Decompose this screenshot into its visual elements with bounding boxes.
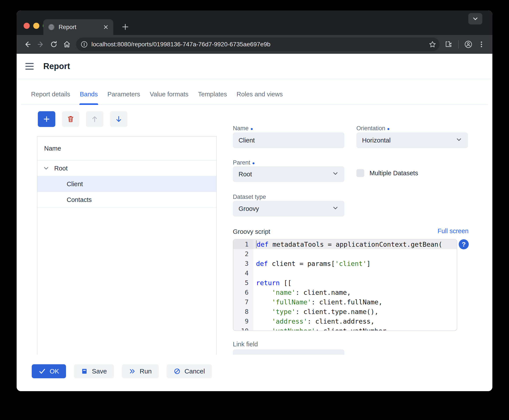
- band-row-root[interactable]: Root: [37, 161, 216, 176]
- code-line-content: def metadataTools = applicationContext.g…: [253, 240, 457, 249]
- code-line-8[interactable]: 8 'type': client.type.name(),: [233, 307, 457, 316]
- name-field-label: Name: [233, 125, 253, 132]
- save-icon: [81, 368, 88, 375]
- required-indicator: [251, 128, 253, 130]
- tab-parameters[interactable]: Parameters: [104, 91, 144, 105]
- tab-search-chevron-button[interactable]: [468, 13, 482, 24]
- code-line-content: def client = params['client']: [253, 259, 457, 268]
- browser-menu-icon[interactable]: [476, 39, 487, 50]
- code-line-9[interactable]: 9 'address': client.address,: [233, 316, 457, 326]
- browser-window: Report localhost:8080/repo: [17, 10, 492, 391]
- delete-band-button[interactable]: [62, 111, 79, 127]
- band-toolbar: [38, 111, 128, 127]
- multiple-datasets-checkbox[interactable]: [356, 169, 364, 177]
- chevron-down-icon: [332, 205, 339, 213]
- line-number: 5: [233, 278, 253, 288]
- chevron-down-icon: [332, 170, 339, 178]
- link-field-label: Link field: [233, 341, 258, 348]
- forward-icon[interactable]: [35, 39, 46, 50]
- report-editor-view: Report Report detailsBandsParametersValu…: [17, 54, 492, 391]
- save-button[interactable]: Save: [74, 364, 114, 378]
- line-number: 1: [233, 240, 253, 249]
- chevron-down-icon: [456, 136, 462, 144]
- code-line-content: return [[: [253, 278, 457, 288]
- back-icon[interactable]: [22, 39, 33, 50]
- cancel-button[interactable]: Cancel: [167, 364, 212, 378]
- extensions-icon[interactable]: [443, 39, 454, 50]
- menu-hamburger-icon[interactable]: [25, 63, 34, 70]
- browser-tab[interactable]: Report: [43, 19, 113, 35]
- add-band-button[interactable]: [38, 111, 55, 127]
- url-bar[interactable]: localhost:8080/reports/01998136-747a-76d…: [76, 38, 440, 51]
- tab-report-details[interactable]: Report details: [28, 91, 74, 105]
- fullscreen-link[interactable]: Full screen: [233, 227, 469, 235]
- help-icon[interactable]: ?: [459, 239, 469, 249]
- groovy-script-editor[interactable]: 1def metadataTools = applicationContext.…: [233, 239, 457, 331]
- line-number: 3: [233, 259, 253, 268]
- code-line-content: [253, 268, 457, 278]
- browser-toolbar: localhost:8080/reports/01998136-747a-76d…: [17, 35, 492, 54]
- ok-button[interactable]: OK: [32, 364, 66, 378]
- line-number: 9: [233, 316, 253, 326]
- band-row-contacts[interactable]: Contacts: [37, 192, 216, 208]
- band-row-label: Root: [54, 165, 68, 172]
- tab-bands[interactable]: Bands: [76, 91, 101, 105]
- minimize-window-button[interactable]: [33, 23, 39, 29]
- code-line-content: [253, 249, 457, 259]
- code-line-1[interactable]: 1def metadataTools = applicationContext.…: [233, 240, 457, 249]
- url-text[interactable]: localhost:8080/reports/01998136-747a-76d…: [91, 41, 425, 48]
- site-info-icon[interactable]: [80, 41, 88, 48]
- tab-roles-and-views[interactable]: Roles and views: [233, 91, 286, 105]
- line-number: 4: [233, 268, 253, 278]
- dataset-type-field-label: Dataset type: [233, 194, 266, 200]
- close-window-button[interactable]: [24, 23, 30, 29]
- run-button[interactable]: Run: [122, 364, 159, 378]
- dataset-type-select[interactable]: Groovy: [233, 201, 344, 217]
- code-line-3[interactable]: 3def client = params['client']: [233, 259, 457, 268]
- check-icon: [39, 368, 46, 375]
- desktop: { "browser": { "tab_title": "Report", "u…: [0, 0, 509, 420]
- tab-value-formats[interactable]: Value formats: [146, 91, 192, 105]
- code-line-4[interactable]: 4: [233, 268, 457, 278]
- ban-icon: [174, 368, 181, 375]
- app-header: Report: [17, 54, 492, 79]
- parent-select[interactable]: Root: [233, 166, 344, 182]
- code-line-content: 'type': client.type.name(),: [253, 307, 457, 316]
- link-field-input[interactable]: [233, 349, 344, 355]
- band-row-client[interactable]: Client: [37, 176, 216, 192]
- move-band-up-button[interactable]: [86, 111, 103, 127]
- multiple-datasets-checkbox-row: Multiple Datasets: [356, 169, 418, 177]
- expand-chevron-icon[interactable]: [43, 165, 49, 171]
- code-line-7[interactable]: 7 'fullName': client.fullName,: [233, 297, 457, 307]
- globe-favicon-icon: [48, 24, 55, 30]
- orientation-field-label: Orientation: [356, 125, 389, 132]
- band-tree-table: Name RootClientContacts: [37, 136, 217, 355]
- multiple-datasets-label: Multiple Datasets: [370, 170, 418, 177]
- line-number: 8: [233, 307, 253, 316]
- code-line-content: 'name': client.name,: [253, 288, 457, 297]
- code-line-6[interactable]: 6 'name': client.name,: [233, 288, 457, 297]
- required-indicator: [252, 162, 255, 164]
- profile-avatar-icon[interactable]: [463, 39, 474, 50]
- band-row-label: Contacts: [67, 196, 92, 203]
- move-band-down-button[interactable]: [110, 111, 128, 127]
- toolbar-divider: [458, 40, 459, 49]
- name-input[interactable]: Client: [233, 132, 344, 148]
- orientation-select[interactable]: Horizontal: [356, 132, 468, 148]
- reload-icon[interactable]: [48, 39, 60, 50]
- code-line-10[interactable]: 10 'vatNumber': client.vatNumber,: [233, 326, 457, 331]
- tab-templates[interactable]: Templates: [195, 91, 230, 105]
- bookmark-star-icon[interactable]: [429, 40, 436, 48]
- parent-field-label: Parent: [233, 159, 255, 166]
- close-tab-icon[interactable]: [103, 24, 108, 30]
- home-icon[interactable]: [61, 39, 73, 50]
- line-number: 6: [233, 288, 253, 297]
- line-number: 2: [233, 249, 253, 259]
- code-line-5[interactable]: 5return [[: [233, 278, 457, 288]
- band-tree-column-header[interactable]: Name: [37, 137, 216, 161]
- double-chevron-right-icon: [129, 368, 136, 375]
- code-line-content: 'address': client.address,: [253, 316, 457, 326]
- code-line-2[interactable]: 2: [233, 249, 457, 259]
- new-tab-button[interactable]: [121, 23, 129, 31]
- report-tabs: Report detailsBandsParametersValue forma…: [21, 80, 488, 105]
